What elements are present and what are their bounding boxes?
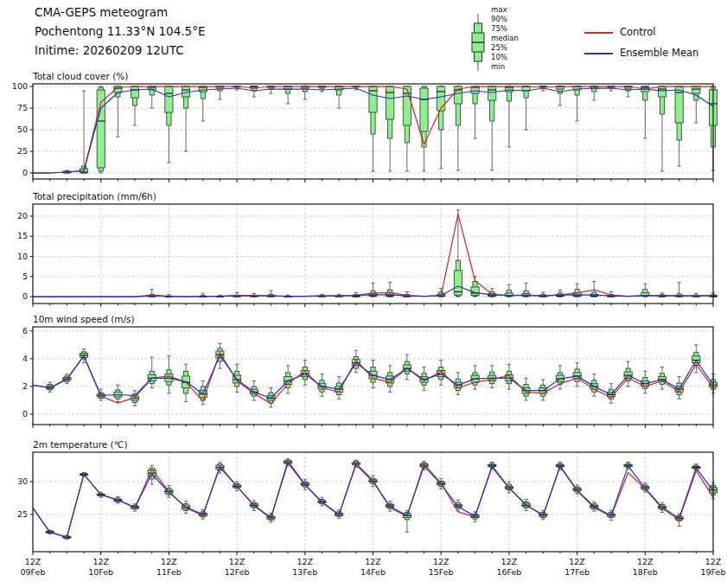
x-label-hour: 12Z xyxy=(433,557,450,566)
box-p25-p75 xyxy=(675,86,683,123)
box-p25-p75 xyxy=(403,86,411,125)
x-label-hour: 12Z xyxy=(365,557,381,566)
x-label-date: 14Feb xyxy=(360,567,386,577)
y-tick-label: 2 xyxy=(22,381,28,391)
panel-cloud: 0255075100Total cloud cover (%) xyxy=(12,71,717,182)
x-label-date: 19Feb xyxy=(701,567,726,577)
x-label-date: 10Feb xyxy=(88,567,113,577)
x-label-date: 17Feb xyxy=(564,567,590,577)
meteogram-page: CMA-GEPS meteogram Pochentong 11.33°N 10… xyxy=(0,0,727,588)
y-tick-label: 15 xyxy=(17,231,28,240)
x-axis-labels: 12Z09Feb12Z10Feb12Z11Feb12Z12Feb12Z13Feb… xyxy=(21,557,726,577)
x-label-date: 12Feb xyxy=(225,567,250,577)
box-p25-p75 xyxy=(437,86,445,111)
x-label-hour: 12Z xyxy=(229,557,246,566)
x-label-date: 13Feb xyxy=(292,567,317,577)
y-tick-label: 0 xyxy=(22,291,28,301)
meteogram-chart: 0255075100Total cloud cover (%)05101520T… xyxy=(0,0,727,588)
box-p25-p75 xyxy=(131,86,138,98)
box-p25-p75 xyxy=(165,86,173,112)
x-label-date: 18Feb xyxy=(633,567,658,577)
y-tick-label: 4 xyxy=(22,354,28,363)
x-label-date: 11Feb xyxy=(156,567,182,577)
x-label-hour: 12Z xyxy=(92,557,109,566)
y-tick-label: 0 xyxy=(22,168,28,177)
y-tick-label: 100 xyxy=(12,81,28,91)
y-tick-label: 25 xyxy=(17,146,28,156)
y-tick-label: 6 xyxy=(22,326,28,336)
y-tick-label: 10 xyxy=(17,252,28,261)
x-label-hour: 12Z xyxy=(25,557,41,566)
panel-precip: 05101520Total precipitation (mm/6h) xyxy=(17,191,717,307)
box-p25-p75 xyxy=(658,86,666,97)
y-tick-label: 75 xyxy=(17,103,28,112)
panel-title-cloud: Total cloud cover (%) xyxy=(32,71,128,81)
y-tick-label: 0 xyxy=(22,409,28,419)
box-p25-p75 xyxy=(420,88,428,131)
y-tick-label: 30 xyxy=(17,476,28,486)
x-label-hour: 12Z xyxy=(705,557,722,566)
panel-title-wind: 10m wind speed (m/s) xyxy=(33,314,135,324)
box-p25-p75 xyxy=(488,86,496,100)
x-label-hour: 12Z xyxy=(569,557,585,566)
x-label-date: 09Feb xyxy=(21,567,46,577)
panel-title-precip: Total precipitation (mm/6h) xyxy=(32,191,156,201)
x-label-date: 16Feb xyxy=(496,567,521,577)
box-p25-p75 xyxy=(692,356,700,363)
x-label-hour: 12Z xyxy=(161,557,177,566)
box-p25-p75 xyxy=(692,86,700,93)
x-label-hour: 12Z xyxy=(637,557,654,566)
box-p25-p75 xyxy=(386,86,394,119)
y-tick-label: 50 xyxy=(17,125,28,134)
y-tick-label: 20 xyxy=(17,211,28,220)
panel-temp: 25302m temperature (℃) xyxy=(17,439,717,555)
y-tick-label: 25 xyxy=(17,509,28,519)
x-label-date: 15Feb xyxy=(429,567,454,577)
panel-wind: 024610m wind speed (m/s) xyxy=(22,314,717,428)
x-label-hour: 12Z xyxy=(297,557,313,566)
panel-title-temp: 2m temperature (℃) xyxy=(33,439,128,450)
y-tick-label: 5 xyxy=(22,272,28,281)
x-label-hour: 12Z xyxy=(501,557,518,566)
